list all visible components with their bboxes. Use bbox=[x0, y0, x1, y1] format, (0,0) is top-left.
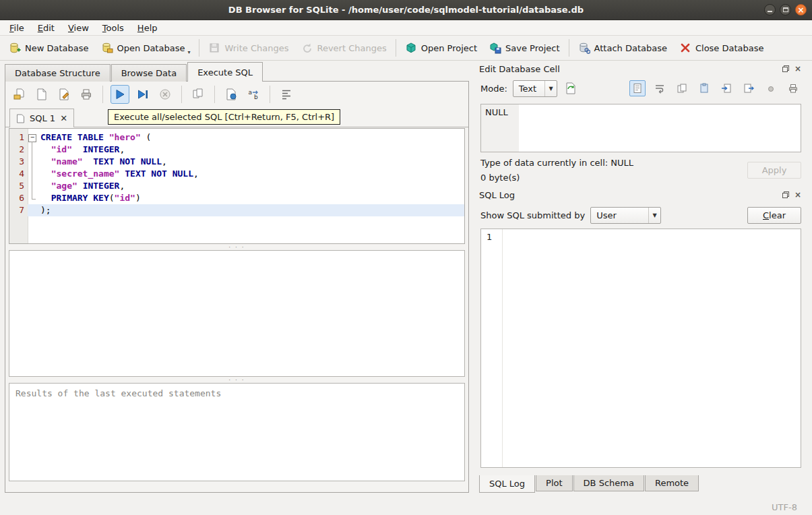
new-database-button[interactable]: New Database bbox=[3, 37, 95, 59]
cell-info-row: Type of data currently in cell: NULL 0 b… bbox=[474, 158, 808, 187]
open-sql-file-button[interactable] bbox=[11, 86, 28, 103]
sql-log-view[interactable]: 1 bbox=[480, 229, 801, 468]
open-project-button[interactable]: Open Project bbox=[399, 37, 483, 59]
attach-database-button[interactable]: Attach Database bbox=[572, 37, 673, 59]
toolbar-separator bbox=[181, 86, 182, 103]
minimize-button[interactable] bbox=[764, 4, 776, 16]
tab-browse-data[interactable]: Browse Data bbox=[111, 64, 187, 82]
revert-changes-button[interactable]: Revert Changes bbox=[294, 37, 392, 59]
close-database-button[interactable]: Close Database bbox=[673, 37, 770, 59]
write-changes-icon bbox=[208, 42, 220, 54]
open-database-button[interactable]: Open Database ▾ bbox=[95, 37, 197, 59]
text-mode-button[interactable] bbox=[629, 80, 646, 96]
splitter-handle[interactable] bbox=[5, 377, 468, 383]
menu-help[interactable]: Help bbox=[131, 22, 164, 34]
editor-line: 3 "name" TEXT NOT NULL, bbox=[9, 156, 464, 168]
tab-database-structure[interactable]: Database Structure bbox=[5, 64, 111, 82]
results-message-pane[interactable]: Results of the last executed statements bbox=[9, 383, 465, 481]
menu-edit[interactable]: Edit bbox=[31, 22, 61, 34]
tab-execute-sql[interactable]: Execute SQL bbox=[187, 62, 263, 82]
sql-file-icon bbox=[16, 114, 25, 123]
tab-remote[interactable]: Remote bbox=[645, 475, 699, 491]
stop-execution-button[interactable] bbox=[156, 86, 174, 103]
open-database-dropdown-icon[interactable]: ▾ bbox=[187, 49, 190, 59]
save-project-icon bbox=[489, 42, 501, 54]
execute-all-button[interactable] bbox=[111, 85, 129, 104]
splitter-handle[interactable] bbox=[5, 244, 468, 250]
editor-line: 1CREATE TABLE "hero" ( bbox=[9, 131, 464, 144]
cell-type-info: Type of data currently in cell: NULL bbox=[480, 158, 633, 168]
paste-cell-button[interactable] bbox=[696, 80, 712, 96]
sql-tab-sql1[interactable]: SQL 1 ✕ bbox=[9, 109, 74, 127]
save-sql-file-button[interactable] bbox=[33, 86, 51, 103]
export-file-button[interactable] bbox=[741, 80, 757, 96]
cell-editor[interactable]: NULL bbox=[480, 104, 801, 152]
execute-tooltip: Execute all/selected SQL [Ctrl+Return, F… bbox=[108, 109, 340, 125]
svg-text:a: a bbox=[249, 89, 253, 96]
close-window-button[interactable]: × bbox=[795, 4, 807, 16]
chevron-down-icon: ▼ bbox=[648, 208, 660, 223]
float-panel-button[interactable] bbox=[781, 64, 790, 73]
execute-current-line-button[interactable] bbox=[134, 86, 152, 103]
open-in-new-tab-button[interactable] bbox=[189, 86, 207, 103]
clear-log-button[interactable]: Clear bbox=[747, 207, 801, 224]
tab-db-schema[interactable]: DB Schema bbox=[573, 475, 644, 491]
print-sql-button[interactable] bbox=[77, 86, 95, 103]
tab-plot[interactable]: Plot bbox=[536, 475, 573, 491]
editor-line: 6 PRIMARY KEY("id") bbox=[9, 192, 464, 204]
title-bar[interactable]: DB Browser for SQLite - /home/user/code/… bbox=[0, 0, 812, 20]
editor-line: 2 "id" INTEGER, bbox=[9, 144, 464, 156]
open-database-icon bbox=[101, 42, 113, 54]
close-panel-button[interactable]: × bbox=[793, 64, 803, 73]
sql-log-title: SQL Log bbox=[479, 190, 778, 200]
results-grid[interactable] bbox=[9, 250, 465, 377]
find-replace-button[interactable]: ab bbox=[245, 86, 262, 103]
sql-log-header: SQL Log × bbox=[474, 187, 808, 203]
float-panel-button[interactable] bbox=[781, 190, 790, 200]
save-sql-as-button[interactable] bbox=[55, 86, 73, 103]
apply-button[interactable]: Apply bbox=[747, 162, 801, 179]
import-cell-data-button[interactable] bbox=[563, 80, 579, 96]
sql-log-filter-row: Show SQL submitted by User ▼ Clear bbox=[474, 203, 808, 227]
copy-cell-button[interactable] bbox=[674, 80, 690, 96]
auto-format-button[interactable] bbox=[278, 86, 295, 103]
main-tab-bar: Database Structure Browse Data Execute S… bbox=[5, 62, 263, 82]
menu-bar: File Edit View Tools Help bbox=[0, 20, 812, 36]
float-icon bbox=[782, 65, 789, 72]
tab-sql-log[interactable]: SQL Log bbox=[479, 475, 535, 493]
save-results-button[interactable] bbox=[222, 86, 240, 103]
chevron-down-icon: ▼ bbox=[544, 81, 557, 96]
word-wrap-button[interactable] bbox=[652, 80, 668, 96]
maximize-button[interactable] bbox=[780, 4, 791, 16]
filter-label: Show SQL submitted by bbox=[480, 210, 585, 220]
toolbar-separator bbox=[270, 86, 270, 103]
svg-text:b: b bbox=[254, 94, 258, 100]
dock-tab-bar: SQL Log Plot DB Schema Remote bbox=[474, 475, 808, 495]
menu-tools[interactable]: Tools bbox=[96, 22, 131, 34]
main-toolbar: New Database Open Database ▾ Write Chang… bbox=[0, 36, 812, 61]
write-changes-button[interactable]: Write Changes bbox=[202, 37, 294, 59]
minimize-icon bbox=[768, 8, 772, 12]
import-file-button[interactable] bbox=[718, 80, 735, 96]
execute-sql-panel: ab Execute all/selected SQL [Ctrl+Return… bbox=[5, 81, 469, 493]
menu-view[interactable]: View bbox=[61, 22, 96, 34]
save-project-button[interactable]: Save Project bbox=[483, 37, 566, 59]
close-icon: × bbox=[797, 6, 804, 14]
sql-editor[interactable]: 1CREATE TABLE "hero" (2 "id" INTEGER,3 "… bbox=[9, 128, 465, 244]
close-tab-icon[interactable]: ✕ bbox=[60, 113, 67, 123]
toolbar-separator bbox=[396, 39, 396, 57]
status-bar: UTF-8 bbox=[0, 499, 812, 515]
menu-file[interactable]: File bbox=[3, 22, 31, 34]
open-project-icon bbox=[405, 42, 417, 54]
mode-select[interactable]: Text ▼ bbox=[513, 80, 557, 97]
sql-editor-lines: 1CREATE TABLE "hero" (2 "id" INTEGER,3 "… bbox=[9, 129, 464, 216]
editor-line: 4 "secret_name" TEXT NOT NULL, bbox=[9, 168, 464, 180]
encoding-indicator: UTF-8 bbox=[772, 502, 797, 512]
revert-changes-icon bbox=[301, 42, 313, 54]
toolbar-separator bbox=[214, 86, 215, 103]
print-cell-button[interactable] bbox=[785, 80, 801, 96]
submitted-by-select[interactable]: User ▼ bbox=[590, 207, 661, 224]
set-null-button[interactable] bbox=[763, 80, 779, 96]
close-panel-button[interactable]: × bbox=[793, 190, 803, 200]
float-icon bbox=[782, 191, 789, 198]
